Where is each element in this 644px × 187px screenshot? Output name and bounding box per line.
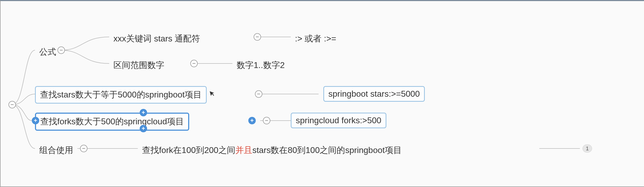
range-numbers-node[interactable]: 区间范围数字 xyxy=(109,57,169,73)
range-pattern-node[interactable]: 数字1..数字2 xyxy=(232,57,289,73)
add-top-button[interactable] xyxy=(140,109,147,116)
add-right-button[interactable] xyxy=(248,117,256,124)
query-stars-node[interactable]: 查找stars数大于等于5000的springboot项目 xyxy=(35,86,207,104)
formula-collapse-button[interactable] xyxy=(58,46,65,54)
range-numbers-label: 区间范围数字 xyxy=(113,60,164,71)
result-stars-node[interactable]: springboot stars:>=5000 xyxy=(323,86,425,102)
add-bottom-button[interactable] xyxy=(140,125,147,132)
range-pattern-label: 数字1..数字2 xyxy=(237,60,285,71)
combined-query-pre: 查找fork在100到200之间 xyxy=(142,144,235,156)
combined-use-label: 组合使用 xyxy=(39,144,73,156)
combined-use-node[interactable]: 组合使用 xyxy=(35,142,77,158)
result-stars-label: springboot stars:>=5000 xyxy=(328,89,420,99)
root-collapse-button[interactable] xyxy=(8,101,16,108)
range-collapse-button[interactable] xyxy=(190,60,198,67)
result-forks-label: springcloud forks:>500 xyxy=(296,116,381,125)
keyword-collapse-button[interactable] xyxy=(254,33,261,41)
combined-query-node[interactable]: 查找fork在100到200之间 并且 stars数在80到100之间的spri… xyxy=(138,142,406,158)
operator-hint-node[interactable]: :> 或者 :>= xyxy=(291,31,341,47)
keyword-pattern-node[interactable]: xxx关键词 stars 通配符 xyxy=(109,31,204,47)
formula-node[interactable]: 公式 xyxy=(35,44,60,60)
combined-query-post: stars数在80到100之间的springboot项目 xyxy=(252,144,402,156)
query-forks-node[interactable]: 查找forks数大于500的springcloud项目 xyxy=(35,113,189,131)
combined-collapse-button[interactable] xyxy=(80,145,87,152)
query-stars-label: 查找stars数大于等于5000的springboot项目 xyxy=(40,89,202,101)
stars-collapse-button[interactable] xyxy=(255,90,262,98)
forks-collapse-button[interactable] xyxy=(263,117,270,124)
keyword-pattern-label: xxx关键词 stars 通配符 xyxy=(113,33,200,45)
formula-label: 公式 xyxy=(39,46,56,58)
combined-count-value: 1 xyxy=(586,146,589,152)
query-forks-label: 查找forks数大于500的springcloud项目 xyxy=(40,116,184,128)
combined-query-highlight: 并且 xyxy=(235,144,252,156)
operator-hint-label: :> 或者 :>= xyxy=(295,33,336,45)
combined-count-badge[interactable]: 1 xyxy=(583,144,592,152)
add-left-button[interactable] xyxy=(32,117,39,124)
result-forks-node[interactable]: springcloud forks:>500 xyxy=(291,113,386,128)
